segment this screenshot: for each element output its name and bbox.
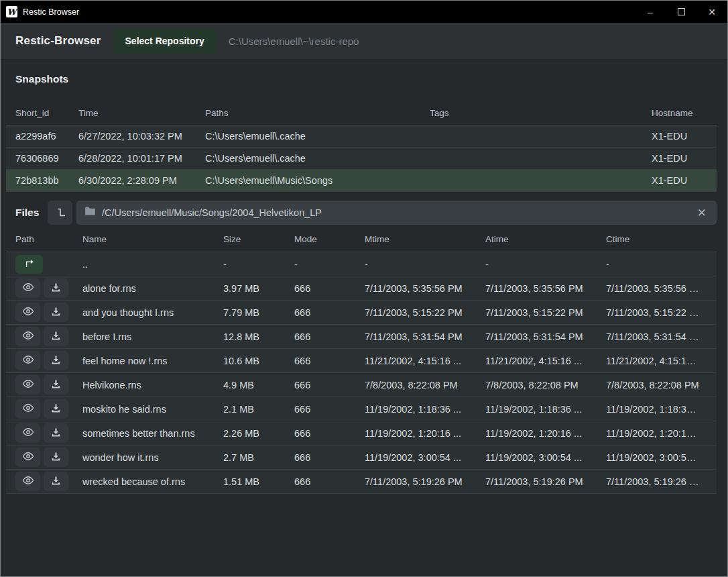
- file-row[interactable]: moskito he said.rns 2.1 MB 666 11/19/200…: [6, 397, 717, 421]
- file-row[interactable]: wonder how it.rns 2.7 MB 666 11/19/2002,…: [6, 445, 717, 470]
- preview-file-button[interactable]: [15, 278, 40, 298]
- file-ctime: 7/11/2003, 5:19:26 PM: [606, 476, 707, 487]
- snapshot-row[interactable]: 72b813bb 6/30/2022, 2:28:09 PM C:\Users\…: [6, 170, 717, 192]
- window-title: Restic Browser: [23, 7, 79, 17]
- file-row[interactable]: sometimes better than.rns 2.26 MB 666 11…: [6, 421, 717, 445]
- download-icon: [51, 379, 61, 391]
- preview-file-button[interactable]: [15, 351, 40, 370]
- maximize-icon: [678, 8, 685, 15]
- go-up-button[interactable]: [15, 255, 43, 274]
- file-name: feel home now !.rns: [82, 356, 223, 366]
- file-ctime: -: [606, 259, 707, 270]
- download-file-button[interactable]: [44, 327, 68, 346]
- file-row[interactable]: Helvikone.rns 4.9 MB 666 7/8/2003, 8:22:…: [6, 373, 717, 397]
- snapshot-short-id: a2299af6: [15, 131, 78, 142]
- file-mode: 666: [294, 452, 365, 463]
- preview-file-button[interactable]: [15, 327, 40, 346]
- preview-file-button[interactable]: [15, 303, 40, 322]
- eye-icon: [22, 427, 34, 439]
- snapshot-hostname: X1-EDU: [652, 131, 707, 142]
- download-icon: [51, 331, 61, 343]
- eye-icon: [22, 331, 34, 342]
- file-atime: 11/19/2002, 1:20:16 ...: [485, 428, 606, 439]
- eye-icon: [22, 307, 34, 318]
- file-row[interactable]: feel home now !.rns 10.6 MB 666 11/21/20…: [6, 349, 717, 373]
- select-repository-button[interactable]: Select Repository: [113, 28, 217, 54]
- files-bar: Files /C/Users/emuell/Music/Songs/2004_H…: [6, 200, 717, 225]
- snapshot-row[interactable]: 76306869 6/28/2022, 10:01:17 PM C:\Users…: [6, 148, 717, 170]
- file-mode: 666: [294, 356, 365, 366]
- files-table: Path Name Size Mode Mtime Atime Ctime ..…: [6, 227, 717, 494]
- download-file-button[interactable]: [44, 423, 68, 443]
- file-ctime: 11/19/2002, 1:18:36 ...: [606, 404, 707, 415]
- files-rows: .. - - - - - alone for.rns 3.97 MB: [6, 252, 717, 494]
- app-window: W Restic Browser – ✕ Restic-Browser Sele…: [0, 0, 728, 577]
- file-mode: 666: [294, 283, 365, 294]
- file-name: alone for.rns: [82, 283, 223, 294]
- file-mtime: 7/8/2003, 8:22:08 PM: [365, 380, 485, 390]
- preview-file-button[interactable]: [15, 375, 40, 395]
- preview-file-button[interactable]: [15, 472, 40, 491]
- column-tags: Tags: [430, 108, 652, 118]
- file-name: wrecked because of.rns: [82, 476, 223, 487]
- file-mode: 666: [294, 404, 365, 415]
- file-name: wonder how it.rns: [82, 452, 223, 463]
- column-short-id: Short_id: [15, 108, 78, 118]
- parent-directory-row[interactable]: .. - - - - -: [6, 252, 717, 276]
- minimize-button[interactable]: –: [635, 1, 666, 23]
- download-icon: [51, 282, 61, 295]
- file-row[interactable]: before I.rns 12.8 MB 666 7/11/2003, 5:31…: [6, 325, 717, 349]
- download-file-button[interactable]: [44, 351, 68, 370]
- download-file-button[interactable]: [44, 278, 68, 298]
- file-ctime: 7/11/2003, 5:31:54 PM: [606, 331, 707, 342]
- snapshot-short-id: 76306869: [15, 153, 78, 164]
- files-path-input[interactable]: /C/Users/emuell/Music/Songs/2004_Helveti…: [76, 201, 717, 225]
- file-atime: 7/11/2003, 5:19:26 PM: [485, 476, 606, 487]
- column-mode: Mode: [294, 234, 365, 244]
- file-mtime: -: [365, 259, 485, 270]
- download-file-button[interactable]: [44, 472, 68, 491]
- file-name: moskito he said.rns: [82, 404, 223, 415]
- column-paths: Paths: [205, 108, 430, 118]
- snapshot-row[interactable]: a2299af6 6/27/2022, 10:03:32 PM C:\Users…: [6, 125, 717, 148]
- snapshots-table-header: Short_id Time Paths Tags Hostname: [6, 101, 717, 125]
- files-table-header: Path Name Size Mode Mtime Atime Ctime: [6, 227, 717, 252]
- snapshot-time: 6/28/2022, 10:01:17 PM: [78, 153, 205, 164]
- titlebar[interactable]: W Restic Browser – ✕: [1, 1, 727, 23]
- column-hostname: Hostname: [652, 108, 707, 118]
- file-mode: 666: [294, 331, 365, 342]
- file-atime: 7/8/2003, 8:22:08 PM: [485, 380, 606, 390]
- download-file-button[interactable]: [44, 303, 68, 322]
- snapshot-hostname: X1-EDU: [652, 153, 707, 164]
- column-mtime: Mtime: [365, 234, 485, 244]
- files-root-button[interactable]: [48, 201, 72, 225]
- file-row[interactable]: and you thought I.rns 7.79 MB 666 7/11/2…: [6, 301, 717, 325]
- eye-icon: [22, 476, 34, 487]
- snapshot-time: 6/30/2022, 2:28:09 PM: [78, 175, 205, 186]
- download-file-button[interactable]: [44, 448, 68, 467]
- file-row[interactable]: wrecked because of.rns 1.51 MB 666 7/11/…: [6, 470, 717, 494]
- download-file-button[interactable]: [44, 399, 68, 419]
- snapshots-rows: a2299af6 6/27/2022, 10:03:32 PM C:\Users…: [6, 125, 717, 192]
- snapshots-heading: Snapshots: [1, 60, 727, 95]
- file-mtime: 11/19/2002, 1:20:16 ...: [365, 428, 485, 439]
- download-icon: [51, 307, 61, 319]
- file-size: 1.51 MB: [223, 476, 294, 487]
- preview-file-button[interactable]: [15, 399, 40, 419]
- close-button[interactable]: ✕: [696, 1, 727, 23]
- download-file-button[interactable]: [44, 375, 68, 395]
- snapshot-hostname: X1-EDU: [652, 175, 707, 186]
- repository-path[interactable]: C:\Users\emuell\~\restic-repo: [229, 36, 359, 47]
- file-size: 3.97 MB: [223, 283, 294, 294]
- maximize-button[interactable]: [666, 1, 696, 23]
- file-size: 2.26 MB: [223, 428, 294, 439]
- clear-path-button[interactable]: ✕: [695, 206, 709, 220]
- preview-file-button[interactable]: [15, 423, 40, 443]
- file-ctime: 7/8/2003, 8:22:08 PM: [606, 380, 707, 390]
- snapshot-paths: C:\Users\emuell\.cache: [205, 153, 430, 164]
- file-ctime: 11/21/2002, 4:15:16 ...: [606, 356, 707, 366]
- file-row[interactable]: alone for.rns 3.97 MB 666 7/11/2003, 5:3…: [6, 276, 717, 301]
- file-ctime: 7/11/2003, 5:15:22 PM: [606, 307, 707, 318]
- file-mtime: 7/11/2003, 5:31:54 PM: [365, 331, 485, 342]
- preview-file-button[interactable]: [15, 448, 40, 467]
